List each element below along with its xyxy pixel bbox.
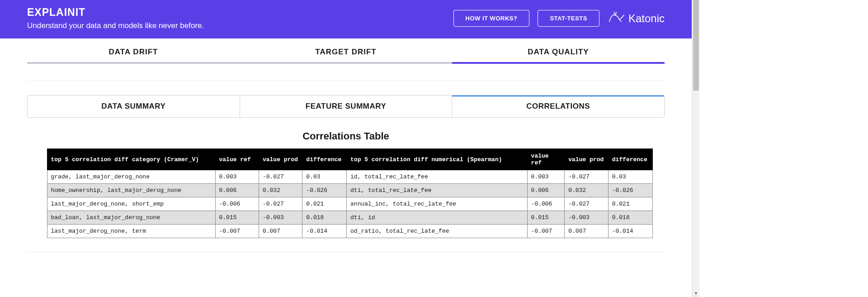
table-row: grade, last_major_derog_none0.003-0.0270…: [47, 170, 652, 184]
table-cell: grade, last_major_derog_none: [47, 170, 215, 184]
table-cell: 0.007: [259, 225, 302, 238]
table-cell: 0.021: [302, 197, 347, 211]
kangaroo-icon: [608, 10, 626, 27]
col-valref-1: value ref: [215, 149, 259, 170]
vertical-scrollbar[interactable]: ▼: [692, 0, 699, 297]
subtab-feature-summary[interactable]: FEATURE SUMMARY: [240, 96, 452, 117]
primary-tabs: DATA DRIFT TARGET DRIFT DATA QUALITY: [0, 39, 692, 64]
table-cell: 0.015: [527, 211, 565, 225]
table-header-row: top 5 correlation diff category (Cramer_…: [47, 149, 652, 170]
app-title: EXPLAINIT: [27, 6, 204, 19]
table-cell: -0.014: [608, 225, 652, 238]
table-cell: -0.026: [302, 184, 347, 197]
table-row: bad_loan, last_major_derog_none0.015-0.0…: [47, 211, 652, 225]
table-cell: 0.03: [302, 170, 347, 184]
col-valref-2: value ref: [527, 149, 565, 170]
tab-target-drift[interactable]: TARGET DRIFT: [240, 39, 452, 64]
table-cell: annual_inc, total_rec_late_fee: [347, 197, 528, 211]
table-row: home_ownership, last_major_derog_none0.0…: [47, 184, 652, 197]
table-cell: 0.018: [608, 211, 652, 225]
table-cell: -0.026: [608, 184, 652, 197]
table-cell: dti, id: [347, 211, 528, 225]
table-cell: 0.032: [565, 184, 608, 197]
brand-text: Katonic: [628, 12, 665, 25]
table-cell: 0.007: [565, 225, 608, 238]
table-cell: -0.014: [302, 225, 347, 238]
table-cell: dti, total_rec_late_fee: [347, 184, 528, 197]
table-cell: 0.03: [608, 170, 652, 184]
col-diff-2: difference: [608, 149, 652, 170]
table-cell: -0.006: [527, 197, 565, 211]
brand-logo: Katonic: [608, 10, 665, 27]
table-cell: id, total_rec_late_fee: [347, 170, 528, 184]
how-it-works-button[interactable]: HOW IT WORKS?: [453, 10, 530, 27]
stat-tests-button[interactable]: STAT-TESTS: [538, 10, 599, 27]
table-cell: -0.007: [527, 225, 565, 238]
secondary-tabs: DATA SUMMARY FEATURE SUMMARY CORRELATION…: [27, 95, 665, 118]
table-row: last_major_derog_none, term-0.0070.007-0…: [47, 225, 652, 238]
table-title: Correlations Table: [0, 130, 692, 142]
col-diff-1: difference: [302, 149, 347, 170]
tab-data-quality[interactable]: DATA QUALITY: [452, 39, 665, 64]
table-cell: -0.003: [565, 211, 608, 225]
table-cell: home_ownership, last_major_derog_none: [47, 184, 215, 197]
table-cell: -0.027: [565, 170, 608, 184]
divider: [27, 252, 665, 252]
subtab-data-summary[interactable]: DATA SUMMARY: [28, 96, 240, 117]
col-num: top 5 correlation diff numerical (Spearm…: [347, 149, 528, 170]
divider: [27, 80, 665, 81]
table-cell: 0.003: [215, 170, 259, 184]
table-cell: 0.015: [215, 211, 259, 225]
table-cell: -0.027: [259, 170, 302, 184]
table-cell: 0.021: [608, 197, 652, 211]
table-cell: last_major_derog_none, term: [47, 225, 215, 238]
col-valprod-2: value prod: [565, 149, 608, 170]
table-cell: bad_loan, last_major_derog_none: [47, 211, 215, 225]
table-cell: 0.018: [302, 211, 347, 225]
table-cell: 0.006: [215, 184, 259, 197]
table-row: last_major_derog_none, short_emp-0.006-0…: [47, 197, 652, 211]
table-cell: -0.006: [215, 197, 259, 211]
table-cell: -0.003: [259, 211, 302, 225]
table-cell: last_major_derog_none, short_emp: [47, 197, 215, 211]
correlations-table: top 5 correlation diff category (Cramer_…: [47, 148, 653, 238]
app-subtitle: Understand your data and models like nev…: [27, 21, 204, 30]
col-valprod-1: value prod: [259, 149, 302, 170]
scrollbar-thumb[interactable]: [693, 0, 699, 91]
app-header: EXPLAINIT Understand your data and model…: [0, 0, 692, 38]
table-cell: 0.006: [527, 184, 565, 197]
table-cell: 0.003: [527, 170, 565, 184]
table-cell: -0.007: [215, 225, 259, 238]
table-cell: od_ratio, total_rec_late_fee: [347, 225, 528, 238]
tab-data-drift[interactable]: DATA DRIFT: [27, 39, 240, 64]
table-cell: 0.032: [259, 184, 302, 197]
subtab-correlations[interactable]: CORRELATIONS: [452, 96, 664, 117]
scroll-down-icon[interactable]: ▼: [692, 289, 699, 297]
table-cell: -0.027: [259, 197, 302, 211]
table-cell: -0.027: [565, 197, 608, 211]
col-cat: top 5 correlation diff category (Cramer_…: [47, 149, 215, 170]
